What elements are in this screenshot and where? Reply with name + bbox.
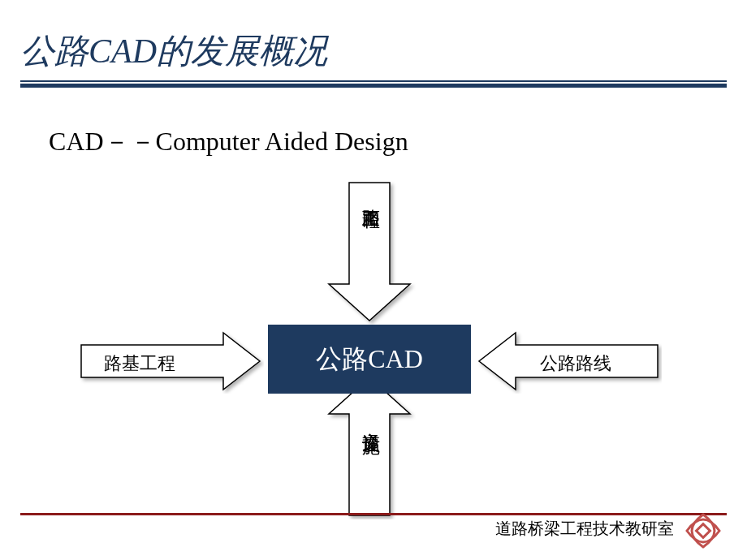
footer-divider (20, 513, 727, 515)
center-label: 公路CAD (316, 342, 423, 377)
svg-rect-0 (697, 524, 710, 538)
slide: 公路CAD的发展概况 CAD－－Computer Aided Design 路面… (0, 0, 747, 560)
diagram-container: 路面工程 路基工程 公路路线 交通设施 公路CAD (0, 179, 747, 519)
arrow-left-label: 路基工程 (104, 351, 175, 376)
logo-icon (684, 511, 723, 550)
arrow-right-label: 公路路线 (540, 351, 611, 376)
arrow-bottom-label: 交通设施 (362, 418, 380, 424)
arrow-bottom (321, 373, 418, 519)
footer-text: 道路桥梁工程技术教研室 (495, 518, 674, 540)
arrow-top-label: 路面工程 (362, 195, 380, 201)
title-area: 公路CAD的发展概况 (0, 0, 747, 74)
title-underline-thick (20, 84, 727, 88)
center-box: 公路CAD (268, 325, 471, 394)
title-underline-thin (20, 80, 727, 82)
subtitle-text: CAD－－Computer Aided Design (49, 124, 747, 160)
slide-title: 公路CAD的发展概况 (20, 28, 747, 74)
